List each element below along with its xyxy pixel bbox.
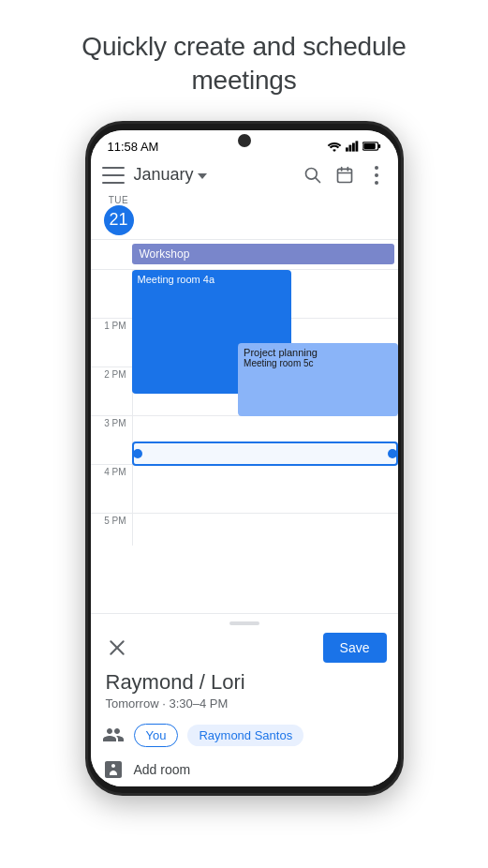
project-planning-event[interactable]: Project planning Meeting room 5c bbox=[238, 343, 397, 416]
day-header: TUE 21 bbox=[91, 191, 398, 240]
svg-line-8 bbox=[315, 178, 319, 183]
attendees-row: You Raymond Santos bbox=[91, 718, 398, 753]
svg-point-15 bbox=[375, 181, 378, 185]
svg-rect-5 bbox=[378, 144, 380, 148]
close-button[interactable] bbox=[102, 633, 132, 663]
all-day-section: Workshop bbox=[91, 240, 398, 270]
svg-point-14 bbox=[375, 173, 378, 177]
day-number: 21 bbox=[104, 205, 134, 235]
events-container: Meeting room 4a Project planning Meeting… bbox=[132, 270, 398, 546]
app-bar-actions bbox=[303, 165, 387, 186]
svg-rect-0 bbox=[346, 148, 348, 152]
svg-rect-6 bbox=[363, 143, 376, 149]
status-icons bbox=[327, 141, 381, 152]
app-bar: January bbox=[91, 159, 398, 191]
day-label: TUE bbox=[104, 195, 134, 205]
phone-camera bbox=[238, 134, 251, 147]
bottom-sheet-handle bbox=[229, 621, 259, 625]
calendar-content: TUE 21 Workshop 1 bbox=[91, 191, 398, 613]
attendees-icon bbox=[102, 724, 125, 746]
save-button[interactable]: Save bbox=[323, 633, 387, 663]
project-planning-title: Project planning bbox=[244, 347, 392, 358]
phone-screen: 11:58 AM bbox=[91, 130, 398, 786]
time-grid: 1 PM 2 PM 3 PM 4 PM bbox=[91, 270, 398, 546]
battery-icon bbox=[362, 141, 381, 152]
event-end-handle[interactable] bbox=[388, 449, 397, 458]
time-label-noon bbox=[91, 270, 132, 272]
phone-mockup: 11:58 AM bbox=[85, 121, 404, 796]
time-label-1pm: 1 PM bbox=[91, 319, 132, 331]
page-background: Quickly create and schedule meetings 11:… bbox=[0, 0, 488, 868]
bottom-sheet-toolbar: Save bbox=[91, 629, 398, 666]
wifi-icon bbox=[327, 141, 342, 152]
event-time-row: Tomorrow · 3:30–4 PM bbox=[91, 696, 398, 718]
calendar-view-button[interactable] bbox=[334, 165, 355, 186]
new-event-slot[interactable] bbox=[132, 441, 398, 466]
svg-rect-9 bbox=[337, 169, 351, 182]
bottom-sheet: Save Raymond / Lori Tomorrow · 3:30–4 PM… bbox=[91, 613, 398, 786]
chevron-down-icon bbox=[198, 173, 207, 179]
room-row: Add room bbox=[91, 753, 398, 786]
event-title: Raymond / Lori bbox=[106, 670, 383, 695]
event-time: Tomorrow · 3:30–4 PM bbox=[106, 696, 229, 711]
attendee-you-chip[interactable]: You bbox=[134, 724, 179, 747]
room-icon bbox=[102, 758, 125, 781]
time-label-3pm: 3 PM bbox=[91, 416, 132, 428]
event-title-row: Raymond / Lori bbox=[91, 666, 398, 696]
svg-point-13 bbox=[375, 166, 378, 170]
attendee-raymond-chip[interactable]: Raymond Santos bbox=[187, 725, 303, 746]
more-options-button[interactable] bbox=[366, 165, 387, 186]
meeting-room-event-title: Meeting room 4a bbox=[138, 274, 286, 285]
search-button[interactable] bbox=[303, 165, 323, 186]
status-time: 11:58 AM bbox=[108, 140, 159, 154]
time-label-5pm: 5 PM bbox=[91, 514, 132, 526]
time-label-2pm: 2 PM bbox=[91, 367, 132, 380]
workshop-event[interactable]: Workshop bbox=[132, 244, 394, 264]
month-label: January bbox=[134, 165, 194, 185]
svg-rect-2 bbox=[352, 143, 355, 152]
time-label-4pm: 4 PM bbox=[91, 465, 132, 477]
hamburger-menu-button[interactable] bbox=[102, 167, 125, 184]
signal-icon bbox=[346, 141, 359, 152]
svg-rect-1 bbox=[348, 145, 351, 152]
event-start-handle[interactable] bbox=[133, 449, 142, 458]
month-selector[interactable]: January bbox=[134, 165, 303, 185]
hero-title: Quickly create and schedule meetings bbox=[0, 0, 488, 121]
svg-rect-3 bbox=[355, 142, 358, 152]
add-room-label[interactable]: Add room bbox=[134, 762, 191, 777]
project-planning-subtitle: Meeting room 5c bbox=[244, 358, 392, 368]
